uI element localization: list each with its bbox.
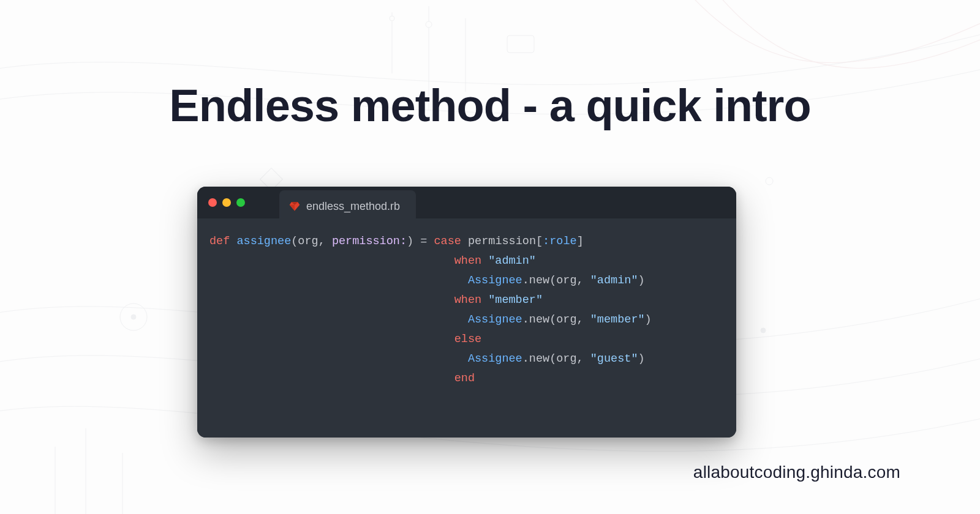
- code-method-new: new: [529, 274, 549, 287]
- code-const-assignee: Assignee: [468, 352, 522, 365]
- window-controls: [208, 198, 245, 207]
- editor-titlebar: endless_method.rb: [197, 187, 736, 218]
- code-punc: (: [549, 274, 556, 287]
- svg-rect-5: [507, 35, 534, 53]
- code-indent: [209, 352, 468, 365]
- code-punc: =: [413, 235, 434, 248]
- code-indent: [209, 313, 468, 326]
- code-punc: (: [549, 313, 556, 326]
- ruby-icon: [289, 201, 300, 212]
- code-keyword-when: when: [454, 255, 481, 267]
- editor-tab[interactable]: endless_method.rb: [279, 190, 416, 222]
- code-punc: .: [522, 313, 529, 326]
- code-string-admin: "admin": [488, 255, 536, 267]
- svg-point-10: [131, 315, 136, 319]
- svg-point-3: [390, 16, 394, 21]
- editor-tab-filename: endless_method.rb: [306, 200, 400, 213]
- code-const-assignee: Assignee: [468, 313, 522, 326]
- code-method-new: new: [529, 352, 549, 365]
- code-punc: ): [638, 274, 644, 287]
- code-string-member: "member": [590, 313, 645, 326]
- code-punc: [: [536, 235, 543, 248]
- code-method-name: assignee: [236, 235, 291, 248]
- code-indent: [209, 372, 454, 385]
- code-keyword-end: end: [454, 372, 475, 385]
- code-punc: ,: [577, 313, 590, 326]
- svg-point-9: [120, 304, 147, 330]
- code-punc: ]: [577, 235, 584, 248]
- code-arg-org: org: [556, 352, 576, 365]
- code-keyword-case: case: [434, 235, 461, 248]
- code-keyword-when: when: [454, 294, 481, 307]
- code-indent: [209, 255, 454, 267]
- code-punc: ): [407, 235, 413, 248]
- code-arg-org: org: [556, 274, 576, 287]
- code-arg-org: org: [556, 313, 576, 326]
- page-title: Endless method - a quick intro: [0, 80, 980, 132]
- code-const-assignee: Assignee: [468, 274, 522, 287]
- code-punc: .: [522, 274, 529, 287]
- code-indent: [209, 294, 454, 307]
- code-punc: ,: [318, 235, 332, 248]
- code-keyword-def: def: [209, 235, 230, 248]
- code-punc: ,: [577, 352, 590, 365]
- svg-marker-16: [290, 205, 295, 211]
- close-icon[interactable]: [208, 198, 217, 207]
- code-indent: [209, 333, 454, 346]
- code-punc: .: [522, 352, 529, 365]
- code-editor-window: endless_method.rb def assignee(org, perm…: [197, 187, 736, 438]
- code-indent: [209, 274, 468, 287]
- code-param-org: org: [298, 235, 318, 248]
- code-punc: ,: [577, 274, 590, 287]
- code-punc: (: [291, 235, 298, 248]
- site-watermark: allaboutcoding.ghinda.com: [693, 463, 900, 482]
- code-keyword-else: else: [454, 333, 481, 346]
- code-param-permission: permission:: [332, 235, 407, 248]
- svg-point-4: [426, 21, 432, 28]
- code-punc: ): [645, 313, 652, 326]
- svg-point-11: [766, 177, 773, 185]
- code-block: def assignee(org, permission:) = case pe…: [209, 232, 724, 389]
- code-string-admin: "admin": [590, 274, 638, 287]
- code-symbol-role: :role: [543, 235, 577, 248]
- svg-point-12: [761, 328, 766, 333]
- code-string-guest: "guest": [590, 352, 638, 365]
- code-ident: permission: [468, 235, 536, 248]
- editor-body: def assignee(org, permission:) = case pe…: [197, 218, 736, 438]
- code-punc: ): [638, 352, 644, 365]
- code-method-new: new: [529, 313, 549, 326]
- code-string-member: "member": [488, 294, 543, 307]
- maximize-icon[interactable]: [236, 198, 245, 207]
- minimize-icon[interactable]: [222, 198, 231, 207]
- code-punc: (: [549, 352, 556, 365]
